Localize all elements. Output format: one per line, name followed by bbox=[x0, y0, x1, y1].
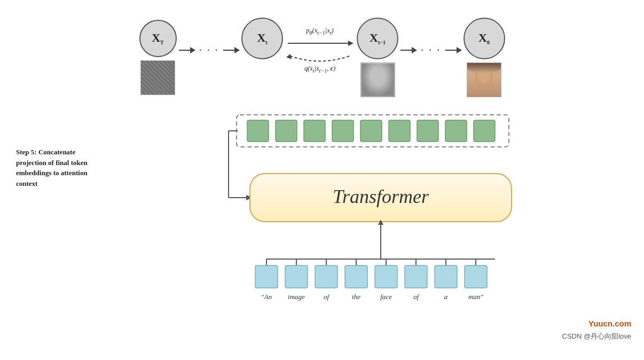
arrow-xT-dots bbox=[179, 50, 195, 51]
svg-marker-1 bbox=[348, 41, 354, 46]
dots-1: · · · bbox=[199, 43, 219, 57]
svg-rect-33 bbox=[345, 265, 367, 288]
svg-text:a: a bbox=[444, 293, 448, 301]
arrow-xt1-dots bbox=[400, 50, 417, 51]
short-arrow-1 bbox=[179, 50, 195, 51]
svg-rect-7 bbox=[332, 120, 354, 142]
svg-rect-34 bbox=[375, 265, 397, 288]
transformer-section: Step 5: Concatenate projection of final … bbox=[16, 115, 628, 286]
xt1-label: Xt−1 bbox=[370, 31, 386, 45]
svg-text:man": man" bbox=[468, 293, 483, 301]
circle-xt1: Xt−1 bbox=[357, 18, 398, 59]
node-xt: Xt bbox=[241, 18, 283, 97]
watermark-yuucn: Yuucn.com bbox=[588, 319, 631, 328]
circle-x0: X0 bbox=[464, 18, 505, 59]
thumb-semi bbox=[360, 62, 395, 97]
svg-rect-4 bbox=[247, 120, 269, 142]
transformer-diagram: Transformer bbox=[101, 115, 628, 286]
svg-rect-35 bbox=[405, 265, 427, 288]
svg-rect-10 bbox=[417, 120, 438, 142]
short-arrow-3 bbox=[400, 50, 417, 51]
diffusion-row: XT · · · Xt pθ(xt−1|xt) bbox=[16, 16, 628, 99]
node-xT: XT bbox=[139, 20, 177, 95]
svg-rect-6 bbox=[304, 120, 325, 142]
forward-prob-label: pθ(xt−1|xt) bbox=[306, 27, 333, 36]
node-x0: X0 bbox=[464, 18, 505, 97]
svg-rect-37 bbox=[465, 265, 487, 288]
circle-xt: Xt bbox=[241, 18, 283, 59]
dots-2: · · · bbox=[421, 43, 441, 57]
svg-text:of: of bbox=[413, 293, 420, 301]
thumb-face bbox=[467, 62, 501, 97]
svg-rect-36 bbox=[435, 265, 457, 288]
main-container: XT · · · Xt pθ(xt−1|xt) bbox=[0, 0, 644, 360]
arrow-dots-xt bbox=[223, 50, 239, 51]
svg-rect-30 bbox=[255, 265, 278, 288]
svg-text:face: face bbox=[380, 293, 392, 301]
watermark-csdn: CSDN @丹心向阳love bbox=[562, 332, 632, 341]
step-label: Step 5: Concatenate projection of final … bbox=[16, 115, 91, 189]
svg-rect-11 bbox=[445, 120, 467, 142]
svg-rect-12 bbox=[474, 120, 495, 142]
circle-xT: XT bbox=[139, 20, 177, 57]
svg-text:Transformer: Transformer bbox=[333, 186, 429, 207]
svg-text:of: of bbox=[324, 293, 331, 301]
svg-text:image: image bbox=[288, 293, 305, 301]
svg-text:the: the bbox=[352, 293, 360, 301]
node-xt1: Xt−1 bbox=[357, 18, 398, 97]
svg-marker-2 bbox=[286, 54, 292, 59]
xt-label: Xt bbox=[257, 31, 267, 45]
x0-label: X0 bbox=[478, 31, 490, 45]
bidir-svg bbox=[285, 37, 355, 64]
svg-text:"An: "An bbox=[261, 293, 272, 301]
arrow-dots-x0 bbox=[445, 50, 461, 51]
short-arrow-2 bbox=[223, 50, 239, 51]
thumb-noise-T bbox=[140, 60, 175, 95]
bidir-arrows-container: pθ(xt−1|xt) q(xt|xt−1, c) bbox=[285, 27, 355, 73]
transformer-flow-svg: Transformer bbox=[205, 115, 525, 286]
backward-prob-label: q(xt|xt−1, c) bbox=[304, 65, 335, 74]
svg-rect-31 bbox=[285, 265, 308, 288]
svg-rect-9 bbox=[389, 120, 410, 142]
xT-label: XT bbox=[152, 31, 164, 45]
svg-rect-8 bbox=[360, 120, 382, 142]
short-arrow-4 bbox=[445, 50, 461, 51]
svg-rect-32 bbox=[315, 265, 337, 288]
svg-rect-5 bbox=[276, 120, 297, 142]
